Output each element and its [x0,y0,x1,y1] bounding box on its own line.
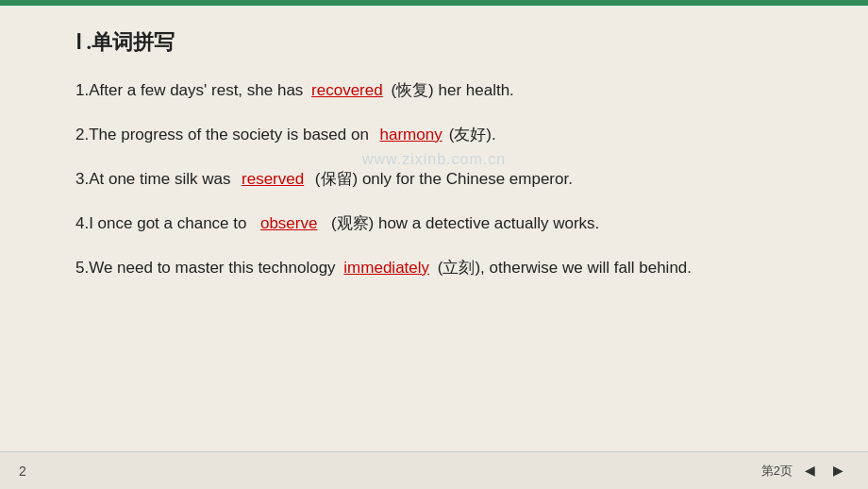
sentence-3-before: 3.At one time silk was [75,170,235,188]
sentence-1-after: (恢复) her health. [387,81,514,99]
sentence-1-blank: recovered [308,77,387,105]
nav-right: 第2页 ◀ ▶ [761,460,849,482]
section-title: Ⅰ .单词拼写 [75,28,793,57]
sentence-5-blank: immediately [340,255,433,282]
bottom-bar: 2 第2页 ◀ ▶ [0,451,868,489]
sentence-2-before: 2.The progress of the society is based o… [75,126,374,143]
content-area: Ⅰ .单词拼写 1.After a few days' rest, she ha… [75,28,793,442]
sentence-5-after: (立刻), otherwise we will fall behind. [433,259,692,277]
next-page-button[interactable]: ▶ [826,460,849,482]
sentence-2: 2.The progress of the society is based o… [75,122,793,149]
sentence-2-after: (友好). [449,126,496,143]
sentence-1: 1.After a few days' rest, she has recove… [75,77,793,105]
sentence-5-before: 5.We need to master this technology [75,259,340,277]
page-number-left: 2 [19,464,26,479]
prev-page-button[interactable]: ◀ [798,460,821,482]
sentence-4-before: 4.I once got a chance to [75,214,251,232]
top-bar [0,0,868,6]
page-label: 第2页 [761,463,793,480]
sentence-4: 4.I once got a chance to observe (观察) ho… [75,211,793,238]
sentence-3-after: (保留) only for the Chinese emperor. [310,170,573,188]
sentence-5: 5.We need to master this technology imme… [75,255,793,282]
sentence-4-after: (观察) how a detective actually works. [326,214,599,232]
sentence-1-before: 1.After a few days' rest, she has [75,81,308,99]
sentence-3: 3.At one time silk was reserved (保留) onl… [75,166,793,194]
sentence-2-blank: harmony [374,122,449,149]
sentence-4-blank: observe [251,211,326,238]
sentence-3-blank: reserved [235,166,310,194]
